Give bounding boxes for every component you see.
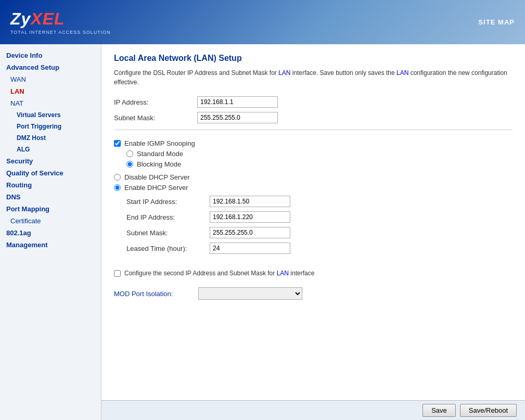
start-ip-label: Start IP Address: [126, 198, 210, 206]
main-layout: Device Info Advanced Setup WAN LAN NAT V… [0, 44, 525, 420]
enable-dhcp-label: Enable DHCP Server [124, 184, 188, 192]
sidebar-item-routing[interactable]: Routing [0, 179, 101, 191]
enable-dhcp-radio[interactable] [114, 184, 121, 191]
leased-time-label: Leased Time (hour): [126, 245, 210, 252]
dhcp-section: Disable DHCP Server Enable DHCP Server S… [114, 173, 513, 254]
end-ip-input[interactable] [210, 211, 290, 223]
sidebar-item-dns[interactable]: DNS [0, 191, 101, 203]
enable-dhcp-row: Enable DHCP Server [114, 184, 513, 192]
dhcp-fields: Start IP Address: End IP Address: Subnet… [126, 196, 513, 254]
second-ip-part1: Configure the second IP Address and Subn… [124, 270, 277, 277]
sidebar-item-port-triggering[interactable]: Port Triggering [0, 121, 101, 132]
blocking-mode-radio[interactable] [126, 161, 133, 168]
sidebar-item-nat[interactable]: NAT [0, 97, 101, 109]
sidebar-item-lan[interactable]: LAN [0, 85, 101, 97]
leased-time-row: Leased Time (hour): [126, 243, 513, 254]
second-ip-lan: LAN [277, 270, 289, 277]
disable-dhcp-row: Disable DHCP Server [114, 173, 513, 181]
standard-mode-label: Standard Mode [137, 150, 183, 158]
sidebar-item-alg[interactable]: ALG [0, 144, 101, 155]
desc-part2: interface. Save button only saves the [291, 69, 396, 77]
leased-time-input[interactable] [210, 243, 290, 254]
start-ip-input[interactable] [210, 196, 290, 207]
logo-tagline: TOTAL INTERNET ACCESS SOLUTION [10, 30, 111, 35]
site-map-link[interactable]: SITE MAP [479, 18, 515, 26]
sidebar-item-management[interactable]: Management [0, 239, 101, 251]
mod-port-label: MOD Port Isolation: [114, 290, 192, 298]
sidebar-item-802-1ag[interactable]: 802.1ag [0, 227, 101, 239]
dhcp-subnet-label: Subnet Mask: [126, 229, 210, 237]
disable-dhcp-label: Disable DHCP Server [124, 173, 189, 181]
second-ip-part2: interface [289, 270, 314, 277]
sidebar-item-wan[interactable]: WAN [0, 73, 101, 85]
sidebar-item-advanced-setup[interactable]: Advanced Setup [0, 61, 101, 73]
blocking-mode-label: Blocking Mode [137, 160, 181, 168]
standard-mode-radio[interactable] [126, 150, 133, 157]
logo-zy: Zy [10, 9, 31, 28]
sidebar-item-security[interactable]: Security [0, 155, 101, 167]
ip-address-label: IP Address: [114, 98, 197, 106]
ip-address-input[interactable] [197, 96, 278, 108]
end-ip-row: End IP Address: [126, 211, 513, 223]
igmp-label: Enable IGMP Snooping [124, 139, 195, 147]
page-description: Configure the DSL Router IP Address and … [114, 68, 513, 87]
igmp-checkbox[interactable] [114, 140, 121, 147]
blocking-mode-row: Blocking Mode [126, 160, 513, 168]
igmp-section: Enable IGMP Snooping Standard Mode Block… [114, 139, 513, 168]
content-area: Local Area Network (LAN) Setup Configure… [101, 44, 525, 420]
page-title: Local Area Network (LAN) Setup [114, 54, 513, 63]
igmp-checkbox-row: Enable IGMP Snooping [114, 139, 513, 147]
subnet-mask-label: Subnet Mask: [114, 114, 197, 122]
second-ip-checkbox[interactable] [114, 270, 121, 277]
desc-lan2: LAN [396, 69, 408, 77]
second-ip-row: Configure the second IP Address and Subn… [114, 270, 513, 277]
disable-dhcp-radio[interactable] [114, 174, 121, 181]
subnet-mask-input[interactable] [197, 112, 278, 123]
sidebar: Device Info Advanced Setup WAN LAN NAT V… [0, 44, 101, 420]
desc-part1: Configure the DSL Router IP Address and … [114, 69, 278, 77]
sidebar-item-port-mapping[interactable]: Port Mapping [0, 203, 101, 215]
mod-port-section: MOD Port Isolation: [114, 287, 513, 300]
logo-area: ZyXEL TOTAL INTERNET ACCESS SOLUTION [10, 9, 111, 35]
dhcp-subnet-row: Subnet Mask: [126, 227, 513, 238]
sidebar-item-device-info[interactable]: Device Info [0, 49, 101, 61]
subnet-mask-row: Subnet Mask: [114, 112, 513, 123]
standard-mode-row: Standard Mode [126, 150, 513, 158]
header: ZyXEL TOTAL INTERNET ACCESS SOLUTION SIT… [0, 0, 525, 44]
save-button[interactable]: Save [422, 404, 456, 417]
end-ip-label: End IP Address: [126, 213, 210, 221]
save-reboot-button[interactable]: Save/Reboot [460, 404, 517, 417]
footer-bar: Save Save/Reboot [101, 400, 525, 420]
sidebar-item-virtual-servers[interactable]: Virtual Servers [0, 109, 101, 121]
logo: ZyXEL [10, 9, 65, 29]
sidebar-item-certificate[interactable]: Certificate [0, 215, 101, 227]
dhcp-subnet-input[interactable] [210, 227, 290, 238]
logo-xel: XEL [31, 9, 65, 28]
sidebar-item-dmz-host[interactable]: DMZ Host [0, 132, 101, 144]
desc-lan1: LAN [278, 69, 290, 77]
sidebar-item-quality-of-service[interactable]: Quality of Service [0, 167, 101, 179]
second-ip-section: Configure the second IP Address and Subn… [114, 270, 513, 277]
start-ip-row: Start IP Address: [126, 196, 513, 207]
second-ip-desc: Configure the second IP Address and Subn… [124, 270, 314, 277]
mod-port-select[interactable] [198, 287, 302, 300]
ip-address-row: IP Address: [114, 96, 513, 108]
